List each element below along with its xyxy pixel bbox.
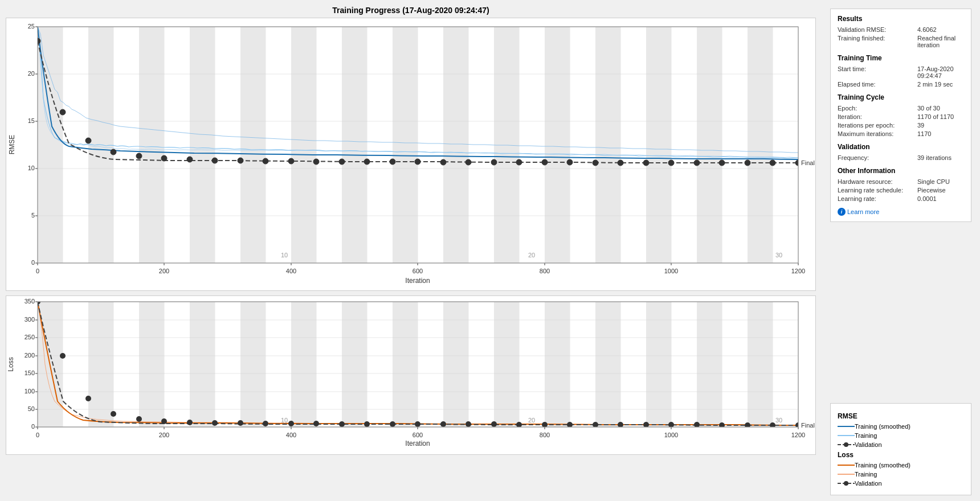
svg-point-154 [339,421,345,427]
svg-text:20: 20 [528,417,535,424]
svg-point-63 [313,159,319,165]
start-time-value: 17-Aug-2020 09:24:47 [917,65,964,79]
svg-rect-91 [342,302,368,427]
svg-point-143 [60,353,66,359]
svg-text:20: 20 [528,252,535,258]
svg-point-60 [238,158,243,163]
validation-title: Validation [838,143,964,151]
svg-point-157 [415,421,420,427]
svg-text:0: 0 [36,268,39,274]
results-section: Results Validation RMSE: 4.6062 Training… [830,9,971,222]
hardware-resource-label: Hardware resource: [838,178,917,185]
svg-point-76 [643,160,649,166]
rmse-final-label: Final [801,159,815,166]
svg-point-74 [593,160,598,166]
svg-text:10: 10 [28,165,35,171]
svg-text:200: 200 [159,268,169,274]
svg-point-153 [313,421,319,426]
svg-point-77 [668,160,674,166]
svg-text:10: 10 [281,417,288,424]
svg-rect-90 [291,302,317,427]
rmse-validation-label: Validation [855,441,882,448]
svg-point-160 [491,421,497,427]
max-iterations-row: Maximum iterations: 1170 [838,130,964,137]
rmse-legend-title: RMSE [838,412,964,420]
rmse-svg: 0 5 10 15 20 25 RMSE 0 200 400 [6,18,815,291]
svg-point-65 [364,159,370,165]
svg-text:800: 800 [540,268,550,274]
svg-text:150: 150 [24,369,35,376]
svg-text:200: 200 [24,352,35,359]
loss-svg: 0 50 100 150 200 250 300 350 Loss [6,296,815,455]
svg-point-151 [263,421,268,426]
loss-training-legend: Training [838,471,964,478]
svg-point-152 [288,421,294,426]
svg-point-53 [60,109,66,115]
svg-text:50: 50 [28,405,35,412]
svg-rect-6 [291,27,317,263]
svg-rect-97 [646,302,672,427]
iterations-per-epoch-row: Iterations per epoch: 39 [838,122,964,129]
svg-rect-14 [697,27,722,263]
training-cycle-title: Training Cycle [838,93,964,101]
svg-point-55 [111,149,116,155]
svg-rect-5 [240,27,266,263]
rmse-training-label: Training [855,432,877,439]
loss-x-label: Iteration [405,440,430,447]
epoch-row: Epoch: 30 of 30 [838,105,964,112]
svg-point-147 [161,418,167,424]
svg-rect-9 [443,27,469,263]
svg-point-71 [516,159,522,165]
svg-text:200: 200 [159,432,169,438]
start-time-label: Start time: [838,65,917,79]
svg-point-159 [466,421,471,427]
training-finished-value: Reached final iteration [917,35,964,48]
svg-text:400: 400 [286,432,296,438]
svg-point-81 [770,160,775,166]
svg-text:15: 15 [28,117,35,124]
validation-rmse-value: 4.6062 [917,26,964,33]
svg-text:600: 600 [413,432,423,438]
svg-point-146 [136,416,142,422]
svg-point-158 [440,421,446,427]
legend-section: RMSE Training (smoothed) Training Valida… [830,403,971,495]
svg-rect-7 [342,27,368,263]
svg-rect-8 [393,27,418,263]
svg-rect-95 [545,302,570,427]
rmse-validation-line-icon [838,441,855,448]
svg-point-62 [288,158,294,164]
svg-point-177 [844,442,848,447]
svg-point-61 [263,158,268,164]
iteration-row: Iteration: 1170 of 1170 [838,113,964,120]
lr-schedule-row: Learning rate schedule: Piecewise [838,187,964,194]
y-axis: 0 5 10 15 20 25 [28,23,38,266]
svg-point-78 [694,160,700,166]
svg-point-156 [390,421,395,427]
loss-final-label: Final [801,422,815,429]
svg-point-155 [364,421,370,427]
rmse-training-line-icon [838,432,855,439]
svg-rect-94 [494,302,520,427]
svg-point-75 [618,160,623,166]
loss-validation-line-icon [838,480,855,487]
svg-rect-4 [190,27,215,263]
iteration-value: 1170 of 1170 [917,113,964,120]
loss-training-smoothed-legend: Training (smoothed) [838,462,964,469]
svg-text:1000: 1000 [664,268,678,274]
svg-rect-96 [595,302,621,427]
lr-value: 0.0001 [917,195,964,202]
training-finished-row: Training finished: Reached final iterati… [838,35,964,48]
training-time-title: Training Time [838,54,964,62]
svg-text:0: 0 [36,432,39,438]
svg-point-145 [111,411,116,417]
svg-rect-11 [545,27,570,263]
svg-text:0: 0 [31,259,35,266]
svg-rect-1 [38,27,63,263]
svg-rect-89 [240,302,266,427]
frequency-label: Frequency: [838,154,917,161]
svg-point-149 [212,420,218,426]
svg-point-66 [390,159,395,165]
svg-rect-15 [748,27,773,263]
svg-text:1000: 1000 [664,432,678,438]
learn-more-link[interactable]: i Learn more [838,208,964,216]
